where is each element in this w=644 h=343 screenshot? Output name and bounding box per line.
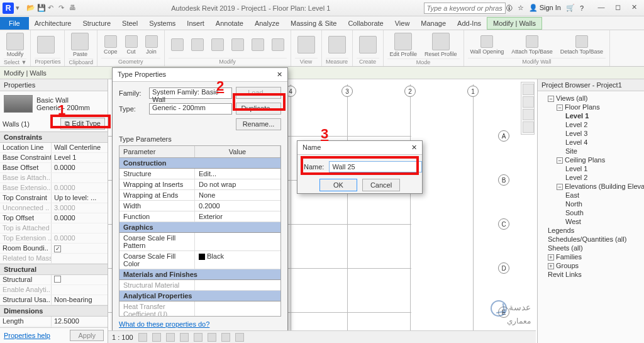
- menu-collaborate[interactable]: Collaborate: [342, 18, 389, 29]
- undo-icon[interactable]: ↶: [48, 4, 57, 13]
- crop-region-icon[interactable]: [208, 333, 216, 342]
- ribbon-button[interactable]: Cut: [123, 34, 140, 56]
- menu-massing[interactable]: Massing & Site: [285, 18, 342, 29]
- tp-rename-button[interactable]: Rename...: [236, 118, 281, 130]
- menu-manage[interactable]: Manage: [415, 18, 452, 29]
- info-icon[interactable]: 🛈: [506, 4, 513, 12]
- tp-section-header[interactable]: Materials and Finishes: [119, 269, 280, 280]
- tp-param-row[interactable]: Width0.2000: [119, 201, 280, 211]
- help-icon[interactable]: ?: [580, 4, 584, 12]
- menu-systems[interactable]: Systems: [143, 18, 181, 29]
- properties-help-link[interactable]: Properties help: [4, 332, 50, 339]
- grid-bubble[interactable]: A: [498, 130, 509, 142]
- shadows-icon[interactable]: [180, 333, 189, 342]
- grid-bubble[interactable]: D: [498, 262, 509, 274]
- ribbon-button[interactable]: [326, 35, 348, 55]
- tp-duplicate-button[interactable]: Duplicate...: [236, 103, 281, 115]
- tree-item[interactable]: South: [539, 208, 643, 217]
- tree-item[interactable]: North: [539, 200, 643, 208]
- tp-section-header[interactable]: Construction: [119, 158, 280, 169]
- menu-addins[interactable]: Add-Ins: [452, 18, 487, 29]
- nd-name-input[interactable]: [329, 161, 422, 172]
- ribbon-button[interactable]: [35, 35, 57, 55]
- property-row[interactable]: Unconnected ..3.0000: [0, 203, 108, 213]
- ribbon-button[interactable]: Attach Top/Base: [509, 34, 555, 56]
- ribbon-button[interactable]: [169, 37, 186, 52]
- tp-load-button[interactable]: Load...: [236, 87, 281, 99]
- property-row[interactable]: Base Offset0.0000: [0, 163, 108, 173]
- tp-section-header[interactable]: Graphics: [119, 222, 280, 233]
- menu-view[interactable]: View: [389, 18, 416, 29]
- props-section-header[interactable]: Structural: [0, 264, 108, 275]
- signin-link[interactable]: 👤 Sign In: [529, 4, 561, 12]
- ribbon-button[interactable]: Detach Top/Base: [558, 34, 606, 56]
- walls-count[interactable]: Walls (1): [3, 120, 30, 128]
- property-row[interactable]: Base is Attach..: [0, 173, 108, 183]
- menu-analyze[interactable]: Analyze: [249, 18, 285, 29]
- tp-param-row[interactable]: FunctionExterior: [119, 211, 280, 222]
- tp-close-icon[interactable]: ✕: [277, 70, 282, 79]
- grid-bubble[interactable]: C: [498, 218, 509, 230]
- ribbon-button[interactable]: [209, 37, 226, 52]
- type-thumbnail[interactable]: [4, 95, 33, 113]
- grid-bubble[interactable]: B: [498, 174, 509, 186]
- menu-modify-walls[interactable]: Modify | Walls: [487, 17, 542, 30]
- properties-apply-button[interactable]: Apply: [70, 330, 104, 341]
- close-button[interactable]: ✕: [626, 3, 641, 14]
- nav-wheel-icon[interactable]: [523, 96, 534, 108]
- menu-insert[interactable]: Insert: [181, 18, 210, 29]
- tp-param-row[interactable]: Heat Transfer Coefficient (U): [119, 301, 280, 317]
- tp-param-row[interactable]: Wrapping at EndsNone: [119, 190, 280, 201]
- tree-item[interactable]: Legends: [539, 226, 643, 235]
- tree-item[interactable]: Revit Links: [539, 270, 643, 279]
- property-row[interactable]: Enable Analyti..: [0, 285, 108, 295]
- tree-item[interactable]: Site: [539, 147, 643, 155]
- reveal-icon[interactable]: [235, 333, 244, 342]
- detail-level-icon[interactable]: [138, 333, 147, 342]
- tree-item[interactable]: −Elevations (Building Elevation: [539, 182, 643, 191]
- property-row[interactable]: Base ConstraintLevel 1: [0, 153, 108, 163]
- property-row[interactable]: Top ConstraintUp to level: ...: [0, 193, 108, 203]
- ribbon-button[interactable]: [269, 37, 287, 52]
- ribbon-button[interactable]: Cope: [101, 34, 120, 56]
- property-row[interactable]: Top Extension ..0.0000: [0, 233, 108, 244]
- nd-cancel-button[interactable]: Cancel: [362, 179, 400, 191]
- ribbon-button[interactable]: Reset Profile: [422, 31, 460, 59]
- property-row[interactable]: Top Offset0.0000: [0, 213, 108, 223]
- save-icon[interactable]: 💾: [37, 4, 46, 13]
- search-input[interactable]: [424, 3, 506, 14]
- hide-icon[interactable]: [221, 333, 230, 342]
- ribbon-button[interactable]: Wall Opening: [468, 34, 507, 56]
- property-row[interactable]: Location LineWall Centerline: [0, 143, 108, 153]
- star-icon[interactable]: ☆: [518, 4, 524, 12]
- exchange-icon[interactable]: 🛒: [566, 4, 575, 12]
- ribbon-button[interactable]: Modify: [4, 31, 26, 59]
- minimize-button[interactable]: —: [594, 3, 609, 14]
- tp-what-link[interactable]: What do these properties do?: [119, 320, 209, 328]
- redo-icon[interactable]: ↷: [58, 4, 67, 13]
- props-section-header[interactable]: Constraints: [0, 132, 108, 143]
- property-row[interactable]: Structural Usa..Non-bearing: [0, 295, 108, 305]
- tree-item[interactable]: East: [539, 191, 643, 200]
- grid-bubble[interactable]: 3: [341, 86, 353, 97]
- tree-item[interactable]: Level 1: [539, 164, 643, 173]
- tree-item[interactable]: Level 2: [539, 120, 643, 129]
- tree-item[interactable]: Level 1: [539, 111, 643, 120]
- visual-style-icon[interactable]: [152, 333, 161, 342]
- ribbon-button[interactable]: [229, 37, 247, 52]
- menu-structure[interactable]: Structure: [77, 18, 116, 29]
- ribbon-button[interactable]: [295, 35, 318, 55]
- maximize-button[interactable]: ◻: [610, 3, 625, 14]
- scale-label[interactable]: 1 : 100: [112, 334, 133, 341]
- property-row[interactable]: Length12.5000: [0, 317, 108, 327]
- tp-param-row[interactable]: Wrapping at InsertsDo not wrap: [119, 179, 280, 190]
- nav-pan-icon[interactable]: [523, 109, 534, 120]
- ribbon-button[interactable]: [189, 37, 206, 52]
- menu-steel[interactable]: Steel: [116, 18, 143, 29]
- tree-item[interactable]: +Groups: [539, 261, 643, 270]
- ribbon-button[interactable]: [249, 37, 267, 52]
- nav-zoom-icon[interactable]: [523, 121, 534, 133]
- menu-architecture[interactable]: Architecture: [29, 18, 77, 29]
- open-icon[interactable]: 📂: [26, 4, 35, 13]
- ribbon-button[interactable]: [357, 35, 379, 55]
